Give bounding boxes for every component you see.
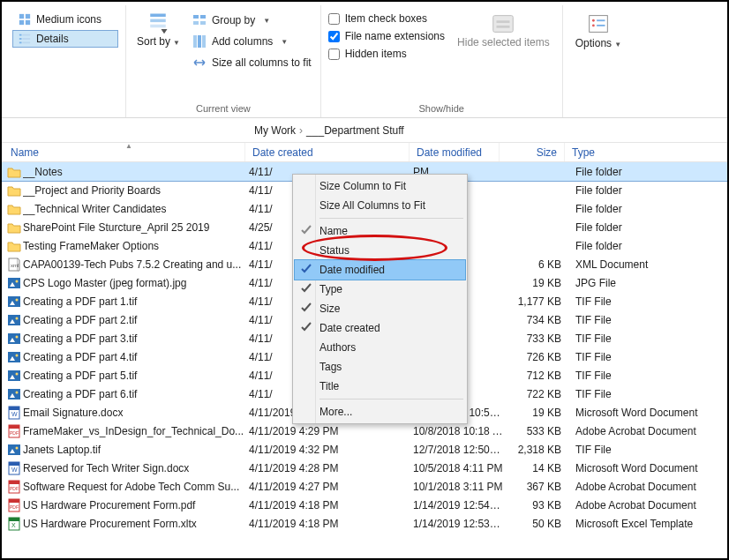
menu-more[interactable]: More...: [295, 402, 465, 422]
svg-rect-14: [200, 15, 206, 19]
checkbox[interactable]: [328, 31, 340, 42]
menu-size-column-to-fit[interactable]: Size Column to Fit: [295, 176, 465, 196]
svg-rect-10: [151, 14, 167, 18]
menu-toggle-date-modified[interactable]: Date modified: [295, 260, 465, 280]
breadcrumb-item[interactable]: My Work: [254, 124, 296, 137]
menu-toggle-type[interactable]: Type: [295, 280, 465, 299]
file-type: File folder: [568, 184, 727, 197]
menu-toggle-name[interactable]: Name: [295, 221, 465, 241]
file-type: File folder: [568, 221, 727, 234]
menu-toggle-tags[interactable]: Tags: [295, 357, 465, 377]
file-date-created: 4/11/2019 4:27 PM: [249, 481, 413, 493]
column-header-date-created[interactable]: Date created: [245, 143, 410, 161]
ribbon: Medium icons Details Sort by▼ Group by▼: [2, 2, 727, 118]
svg-rect-8: [19, 42, 22, 44]
check-icon: [300, 263, 312, 275]
file-type-icon: [5, 369, 23, 383]
file-type-icon: [5, 295, 23, 309]
file-row[interactable]: PDFSoftware Request for Adobe Tech Comm …: [2, 477, 727, 496]
file-name: Software Request for Adobe Tech Comm Su.…: [23, 481, 249, 493]
svg-rect-25: [597, 19, 605, 21]
file-name: Email Signature.docx: [23, 407, 249, 419]
menu-size-all-columns-to-fit[interactable]: Size All Columns to Fit: [295, 196, 465, 215]
menu-toggle-title[interactable]: Title: [295, 377, 465, 396]
hide-selected-icon: [490, 11, 516, 37]
file-size: 19 KB: [503, 407, 568, 419]
hide-selected-button[interactable]: Hide selected items: [452, 5, 555, 49]
file-type: File folder: [568, 166, 727, 178]
menu-toggle-status[interactable]: Status: [295, 241, 465, 260]
file-row[interactable]: PDFFrameMaker_vs_InDesign_for_Technical_…: [2, 422, 727, 440]
svg-text:PDF: PDF: [10, 430, 19, 436]
svg-rect-61: [9, 462, 19, 466]
group-by-label: Group by: [212, 14, 255, 26]
group-by-button[interactable]: Group by▼: [191, 12, 313, 28]
file-row[interactable]: PDFUS Hardware Procurement Form.pdf4/11/…: [2, 496, 727, 514]
svg-rect-19: [202, 35, 206, 48]
layout-medium-icons[interactable]: Medium icons: [12, 11, 118, 28]
file-type: Adobe Acrobat Document: [568, 425, 727, 437]
file-date-modified: 10/5/2018 4:11 PM: [413, 462, 503, 474]
breadcrumb-item[interactable]: ___Department Stuff: [306, 124, 404, 137]
checkbox[interactable]: [328, 13, 340, 25]
svg-rect-52: [9, 407, 19, 410]
file-size: 367 KB: [503, 481, 568, 493]
file-name: Creating a PDF part 4.tif: [23, 351, 249, 363]
size-columns-icon: [192, 56, 207, 70]
chevron-right-icon: ›: [299, 124, 303, 137]
file-type-icon: xml: [5, 258, 23, 272]
file-type-icon: PDF: [5, 498, 23, 512]
svg-rect-5: [22, 34, 30, 36]
options-label: Options: [575, 37, 612, 49]
menu-toggle-authors[interactable]: Authors: [295, 338, 465, 357]
file-type: TIF File: [568, 314, 727, 326]
svg-rect-4: [19, 34, 22, 36]
layout-details[interactable]: Details: [12, 30, 118, 48]
file-row[interactable]: Janets Laptop.tif4/11/2019 4:32 PM12/7/2…: [2, 440, 727, 459]
file-type-icon: [5, 332, 23, 346]
svg-point-44: [16, 354, 19, 356]
column-header-date-modified[interactable]: Date modified: [410, 143, 500, 161]
file-name: Testing FrameMaker Options: [23, 240, 249, 252]
column-header-size[interactable]: Size: [500, 143, 565, 161]
svg-rect-6: [19, 38, 22, 40]
file-type-icon: PDF: [5, 424, 23, 438]
svg-rect-13: [193, 15, 199, 19]
add-columns-button[interactable]: Add columns▼: [191, 34, 313, 49]
svg-rect-45: [8, 370, 20, 381]
size-all-columns-button[interactable]: Size all columns to fit: [191, 55, 313, 71]
layout-medium-label: Medium icons: [36, 13, 101, 26]
svg-text:W: W: [11, 467, 18, 473]
hidden-items-toggle[interactable]: Hidden items: [328, 48, 445, 60]
svg-text:X: X: [11, 522, 16, 528]
file-name: __Notes: [23, 166, 249, 178]
file-size: 726 KB: [503, 351, 568, 363]
menu-toggle-date-created[interactable]: Date created: [295, 318, 465, 338]
checkbox[interactable]: [328, 49, 340, 60]
file-date-created: 4/11/2019 4:29 PM: [249, 425, 413, 437]
file-type-icon: X: [5, 517, 23, 531]
svg-rect-21: [497, 20, 510, 23]
ribbon-group-showhide: Item check boxes File name extensions Hi…: [321, 5, 563, 117]
file-type-icon: [5, 220, 23, 235]
file-row[interactable]: XUS Hardware Procurement Form.xltx4/11/2…: [2, 514, 727, 533]
column-header-type[interactable]: Type: [565, 143, 727, 161]
file-date-created: 4/11/2019 4:18 PM: [249, 518, 413, 530]
file-date-modified: 1/14/2019 12:53 PM: [413, 518, 503, 530]
file-name-extensions-toggle[interactable]: File name extensions: [328, 30, 445, 42]
svg-rect-30: [8, 278, 20, 288]
breadcrumb[interactable]: My Work › ___Department Stuff: [2, 118, 727, 143]
ribbon-group-layout: Medium icons Details: [5, 5, 126, 117]
item-check-boxes-toggle[interactable]: Item check boxes: [328, 12, 445, 25]
column-header-name[interactable]: Name: [2, 143, 245, 161]
file-name-extensions-label: File name extensions: [345, 30, 445, 42]
svg-rect-39: [8, 333, 20, 344]
check-icon: [300, 224, 312, 236]
file-row[interactable]: WReserved for Tech Writer Sign.docx4/11/…: [2, 459, 727, 477]
ribbon-caption-showhide: Show/hide: [419, 103, 464, 117]
file-type: JPG File: [568, 277, 727, 289]
menu-toggle-size[interactable]: Size: [295, 299, 465, 318]
sort-by-button[interactable]: Sort by▼: [133, 5, 184, 48]
hide-selected-label: Hide selected items: [457, 37, 550, 49]
options-button[interactable]: Options▼: [570, 5, 627, 49]
